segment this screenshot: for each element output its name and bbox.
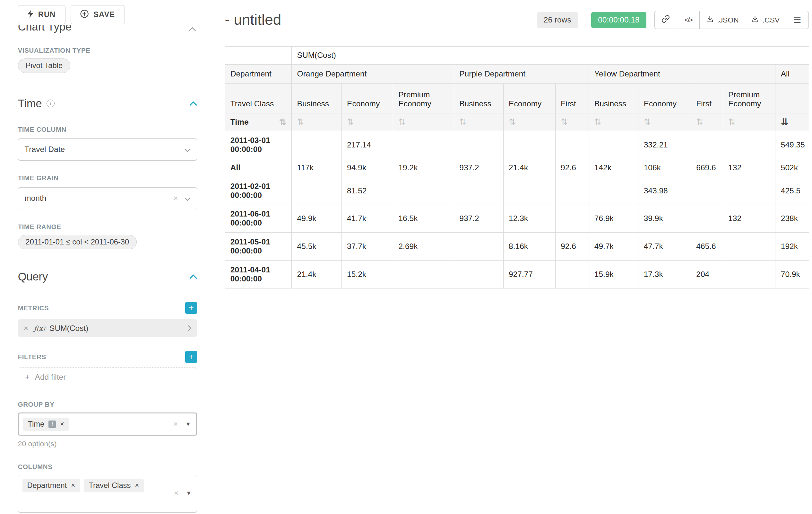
sort-icon[interactable]: ⇅ [398, 117, 405, 127]
group-by-tag[interactable]: Timei× [23, 417, 69, 431]
columns-tag[interactable]: Department× [23, 479, 80, 492]
sort-icon[interactable]: ⇅ [279, 118, 286, 126]
collapse-chevron-icon[interactable] [190, 101, 197, 106]
pivot-class-header: Economy [342, 83, 393, 113]
sort-icon[interactable]: ⇅ [696, 117, 703, 127]
remove-tag-icon[interactable]: × [71, 482, 75, 490]
page-title: - untitled [225, 11, 281, 28]
caret-down-icon: ▼ [185, 421, 191, 428]
pivot-cell [454, 177, 503, 205]
time-grain-select[interactable]: month × [18, 187, 197, 210]
more-options-button[interactable]: ☰ [786, 11, 809, 29]
pivot-cell [555, 205, 589, 233]
sort-descending-icon[interactable]: ⇊ [781, 117, 788, 127]
pivot-cell: 81.52 [342, 177, 393, 205]
sort-icon[interactable]: ⇅ [594, 117, 602, 127]
sort-icon[interactable]: ⇅ [644, 117, 651, 127]
chart-type-heading: Chart Type [18, 25, 197, 33]
pivot-col-dimension-label: Department [225, 64, 292, 83]
info-icon[interactable]: i [47, 100, 55, 108]
run-button[interactable]: RUN [18, 5, 65, 24]
pivot-cell [691, 205, 723, 233]
remove-tag-icon[interactable]: × [135, 482, 139, 490]
pivot-row-dimension-cell: Time⇅ [225, 113, 292, 131]
clear-icon[interactable]: × [173, 420, 178, 429]
function-icon: ƒ(x) [34, 324, 45, 332]
sort-icon[interactable]: ⇅ [728, 117, 735, 127]
add-filter-button[interactable]: + [185, 351, 197, 363]
metrics-label: METRICS + [18, 302, 197, 314]
pivot-sort-cell: ⇅ [589, 113, 638, 131]
pivot-cell: 17.3k [638, 261, 691, 289]
pivot-cell: 669.6 [691, 159, 723, 177]
sort-icon[interactable]: ⇅ [459, 117, 466, 127]
pivot-row-label: 2011-05-01 00:00:00 [225, 233, 292, 261]
pivot-cell: 45.5k [292, 233, 342, 261]
chart-area: - untitled 26 rows 00:00:00.18 </> [208, 0, 812, 514]
pivot-table: SUM(Cost)DepartmentOrange DepartmentPurp… [225, 46, 809, 289]
viz-type-pill[interactable]: Pivot Table [18, 58, 70, 73]
clear-icon[interactable]: × [174, 489, 178, 497]
pivot-row: 2011-04-01 00:00:0021.4k15.2k927.7715.9k… [225, 261, 809, 289]
remove-tag-icon[interactable]: × [60, 420, 64, 428]
collapse-chevron-icon[interactable] [190, 274, 197, 279]
sort-icon[interactable]: ⇅ [347, 117, 354, 127]
pivot-sort-cell: ⇅ [342, 113, 393, 131]
clear-icon[interactable]: × [173, 194, 178, 203]
metrics-label-text: METRICS [18, 304, 49, 312]
pivot-cell: 132 [723, 205, 775, 233]
download-icon [751, 16, 759, 25]
pivot-cell: 465.6 [691, 233, 723, 261]
pivot-cell: 2.69k [393, 233, 454, 261]
pivot-cell [723, 261, 775, 289]
pivot-sort-cell: ⇊ [775, 113, 809, 131]
pivot-cell: 92.6 [555, 159, 589, 177]
pivot-cell: 217.14 [342, 131, 393, 159]
chevron-up-icon[interactable] [189, 25, 196, 34]
pivot-cell: 49.7k [589, 233, 638, 261]
pivot-cell: 12.3k [503, 205, 555, 233]
plus-icon: + [25, 373, 30, 382]
chart-type-section-header: Chart Type [18, 25, 197, 35]
export-json-button[interactable]: .JSON [699, 11, 745, 29]
pivot-cell [503, 131, 555, 159]
export-json-label: .JSON [717, 16, 738, 24]
export-button-group: </> .JSON .CSV ☰ [655, 11, 809, 29]
columns-tag[interactable]: Travel Class× [84, 479, 144, 492]
sort-icon[interactable]: ⇅ [297, 117, 304, 127]
pivot-class-header: First [691, 83, 723, 113]
chevron-right-icon[interactable] [188, 325, 191, 331]
pivot-row: 2011-03-01 00:00:00217.14332.21549.35 [225, 131, 809, 159]
group-by-tags: Timei× [23, 417, 73, 431]
columns-select[interactable]: Department×Travel Class× × ▼ [18, 475, 197, 513]
pivot-row: 2011-06-01 00:00:0049.9k41.7k16.5k937.21… [225, 205, 809, 233]
visualization-type-label: VISUALIZATION TYPE [18, 47, 197, 54]
sort-icon[interactable]: ⇅ [509, 117, 516, 127]
metric-item[interactable]: × ƒ(x) SUM(Cost) [18, 319, 197, 337]
row-count-badge: 26 rows [537, 12, 578, 28]
view-query-button[interactable]: </> [677, 11, 700, 29]
pivot-cell: 47.7k [638, 233, 691, 261]
pivot-cell: 19.2k [393, 159, 454, 177]
pivot-row-label: 2011-03-01 00:00:00 [225, 131, 292, 159]
columns-label: COLUMNS [18, 463, 197, 470]
info-icon[interactable]: i [49, 421, 56, 428]
short-link-button[interactable] [655, 11, 677, 29]
chevron-down-icon [184, 194, 191, 203]
pivot-row: 2011-05-01 00:00:0045.5k37.7k2.69k8.16k9… [225, 233, 809, 261]
pivot-class-header: Economy [638, 83, 691, 113]
pivot-cell: 425.5 [775, 177, 809, 205]
add-filter-dropzone[interactable]: + Add filter [18, 367, 197, 387]
group-by-select[interactable]: Timei× × ▼ [18, 412, 197, 436]
add-metric-button[interactable]: + [185, 302, 197, 314]
sort-icon[interactable]: ⇅ [561, 117, 568, 127]
time-range-pill[interactable]: 2011-01-01 ≤ col < 2011-06-30 [18, 235, 137, 249]
time-column-select[interactable]: Travel Date [18, 138, 197, 161]
save-button[interactable]: SAVE [70, 5, 125, 24]
tag-label: Time [28, 420, 44, 429]
pivot-sort-cell: ⇅ [691, 113, 723, 131]
remove-metric-icon[interactable]: × [24, 324, 28, 333]
export-csv-label: .CSV [762, 16, 780, 24]
pivot-cell: 132 [723, 159, 775, 177]
export-csv-button[interactable]: .CSV [745, 11, 786, 29]
